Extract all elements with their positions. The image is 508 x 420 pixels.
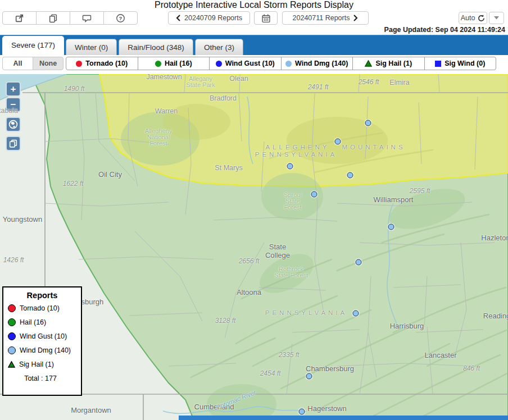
filter-label: Wind Dmg (140) bbox=[295, 60, 348, 67]
legend-item-label: Hail (16) bbox=[20, 318, 46, 326]
filter-label: Wind Gust (10) bbox=[225, 60, 275, 67]
map[interactable]: + − tabulaJamestown1490 ftAlleganyState … bbox=[0, 74, 508, 420]
chevron-left-icon bbox=[176, 15, 180, 21]
zoom-in-button[interactable]: + bbox=[6, 81, 21, 97]
circle-marker-icon bbox=[8, 346, 16, 354]
wind-dmg-report-marker[interactable] bbox=[335, 139, 341, 145]
filter-sig-hail-button[interactable]: Sig Hail (1) bbox=[352, 57, 425, 70]
page-title: Prototype Interactive Local Storm Report… bbox=[0, 0, 508, 10]
chevron-right-icon bbox=[353, 15, 358, 21]
filter-label: Sig Wind (0) bbox=[444, 60, 485, 67]
filter-sig-wind-button[interactable]: Sig Wind (0) bbox=[424, 57, 497, 70]
filter-hail-button[interactable]: Hail (16) bbox=[138, 57, 210, 70]
circle-marker-icon bbox=[8, 318, 16, 326]
circle-marker-icon bbox=[285, 61, 292, 67]
chat-button[interactable] bbox=[70, 11, 104, 25]
tab-bar: Severe (177)Winter (0)Rain/Flood (348)Ot… bbox=[0, 35, 508, 55]
external-link-icon bbox=[15, 13, 24, 23]
caret-down-icon bbox=[494, 16, 499, 20]
legend-total: Total : 177 bbox=[8, 375, 73, 382]
sig-hail-triangle-icon bbox=[365, 60, 372, 67]
filter-tornado-button[interactable]: Tornado (10) bbox=[66, 57, 138, 70]
next-report-button[interactable]: 20240711 Reports bbox=[282, 11, 369, 25]
legend-item-hail: Hail (16) bbox=[8, 318, 81, 326]
prev-report-label: 20240709 Reports bbox=[184, 14, 242, 22]
circle-marker-icon bbox=[216, 61, 222, 67]
sig-hail-triangle-icon bbox=[8, 361, 15, 368]
filter-row: All None Tornado (10)Hail (16)Wind Gust … bbox=[0, 56, 508, 71]
refresh-icon bbox=[478, 15, 485, 22]
wind-dmg-report-marker[interactable] bbox=[299, 409, 305, 415]
legend-item-label: Tornado (10) bbox=[20, 304, 60, 312]
reports-legend: Reports Tornado (10)Hail (16)Wind Gust (… bbox=[2, 286, 82, 396]
filter-wind-dmg-button[interactable]: Wind Dmg (140) bbox=[281, 57, 353, 70]
globe-button[interactable] bbox=[6, 117, 21, 132]
legend-item-label: Wind Dmg (140) bbox=[20, 346, 71, 354]
svg-text:?: ? bbox=[119, 15, 123, 21]
filter-label: Sig Hail (1) bbox=[375, 60, 412, 67]
wind-dmg-report-marker[interactable] bbox=[287, 163, 293, 170]
page-updated: Page Updated: Sep 04 2024 11:49:24 bbox=[384, 26, 505, 34]
circle-marker-icon bbox=[8, 304, 16, 312]
legend-items: Tornado (10)Hail (16)Wind Gust (10)Wind … bbox=[8, 304, 81, 368]
bottom-bar bbox=[179, 416, 508, 420]
legend-item-label: Wind Gust (10) bbox=[20, 332, 67, 340]
circle-marker-icon bbox=[76, 61, 82, 67]
circle-marker-icon bbox=[8, 332, 16, 340]
wind-dmg-report-marker[interactable] bbox=[347, 172, 353, 179]
legend-item-tornado: Tornado (10) bbox=[8, 304, 81, 312]
wind-dmg-report-marker[interactable] bbox=[311, 191, 318, 198]
tab-strip: Severe (177)Winter (0)Rain/Flood (348)Ot… bbox=[0, 35, 508, 55]
wind-dmg-report-marker[interactable] bbox=[356, 259, 362, 266]
copy-button[interactable] bbox=[36, 11, 70, 25]
legend-item-sig-hail: Sig Hail (1) bbox=[8, 360, 81, 368]
toolbar: ? bbox=[2, 11, 138, 25]
zoom-out-button[interactable]: − bbox=[6, 97, 21, 112]
circle-marker-icon bbox=[155, 61, 161, 67]
filter-wind-gust-button[interactable]: Wind Gust (10) bbox=[209, 57, 282, 70]
filter-label: Hail (16) bbox=[165, 60, 192, 67]
auto-refresh-button[interactable]: Auto bbox=[459, 12, 487, 24]
auto-refresh-label: Auto bbox=[461, 14, 475, 22]
wind-dmg-report-marker[interactable] bbox=[388, 224, 394, 230]
square-marker-icon bbox=[435, 61, 441, 67]
next-report-label: 20240711 Reports bbox=[293, 14, 350, 22]
wind-dmg-report-marker[interactable] bbox=[353, 311, 359, 317]
chat-icon bbox=[82, 13, 92, 23]
filter-all-button[interactable]: All bbox=[2, 57, 33, 70]
tab-rain-flood[interactable]: Rain/Flood (348) bbox=[119, 39, 193, 55]
layers-icon bbox=[8, 139, 18, 148]
calendar-icon bbox=[261, 13, 271, 23]
filter-label: Tornado (10) bbox=[85, 60, 128, 67]
external-link-button[interactable] bbox=[2, 11, 37, 25]
tab-winter[interactable]: Winter (0) bbox=[66, 39, 117, 55]
help-button[interactable]: ? bbox=[103, 11, 138, 25]
copy-icon bbox=[48, 13, 58, 23]
wind-dmg-report-marker[interactable] bbox=[365, 120, 371, 126]
legend-title: Reports bbox=[8, 291, 76, 300]
globe-icon bbox=[8, 120, 18, 129]
layers-button[interactable] bbox=[6, 136, 21, 151]
filter-none-button[interactable]: None bbox=[33, 57, 64, 70]
legend-item-label: Sig Hail (1) bbox=[19, 360, 54, 368]
prev-report-button[interactable]: 20240709 Reports bbox=[168, 11, 250, 25]
tab-severe[interactable]: Severe (177) bbox=[2, 36, 64, 55]
wind-dmg-report-marker[interactable] bbox=[306, 373, 312, 380]
help-icon: ? bbox=[116, 13, 125, 23]
tab-other[interactable]: Other (3) bbox=[195, 39, 243, 55]
page-updated-value: Sep 04 2024 11:49:24 bbox=[436, 26, 505, 34]
filter-group: Tornado (10)Hail (16)Wind Gust (10)Wind … bbox=[66, 57, 496, 70]
legend-item-wind-dmg: Wind Dmg (140) bbox=[8, 346, 81, 354]
page-updated-label: Page Updated: bbox=[384, 26, 434, 34]
legend-item-wind-gust: Wind Gust (10) bbox=[8, 332, 81, 340]
auto-refresh-dropdown-button[interactable] bbox=[489, 12, 504, 24]
calendar-button[interactable] bbox=[254, 11, 278, 25]
